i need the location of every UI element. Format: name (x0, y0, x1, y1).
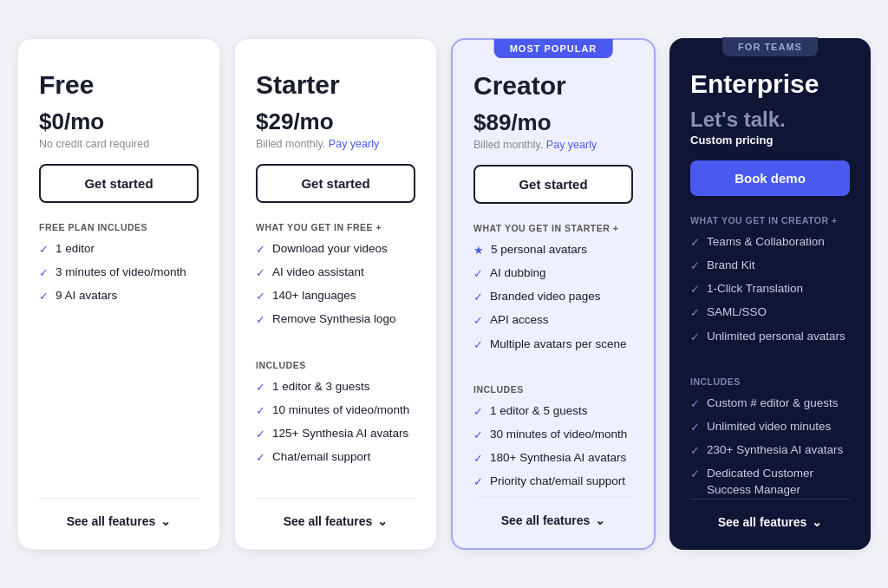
plan-price-starter: $29/mo (256, 108, 415, 135)
plan-billing-creator: Billed monthly. Pay yearly (473, 139, 633, 151)
feature-item: ✓1-Click Translation (690, 281, 850, 297)
check-icon: ✓ (256, 312, 265, 328)
feature-item: ✓Branded video pages (473, 289, 633, 305)
include-item: ✓Custom # editor & guests (690, 395, 850, 412)
plan-card-free: Free$0/moNo credit card requiredGet star… (17, 38, 220, 550)
feature-item: ✓Brand Kit (690, 258, 850, 274)
check-icon: ✓ (690, 305, 700, 321)
check-icon: ✓ (473, 313, 483, 329)
plan-name-creator: Creator (473, 71, 633, 101)
feature-text: Remove Synthesia logo (272, 311, 396, 328)
check-icon: ✓ (473, 266, 483, 282)
feature-item: ✓Multiple avatars per scene (473, 336, 633, 353)
include-item: ✓Dedicated Customer Success Manager (690, 466, 850, 499)
plan-badge-enterprise: FOR TEAMS (722, 37, 818, 56)
include-item: ✓230+ Synthesia AI avatars (690, 442, 850, 459)
see-all-features-enterprise[interactable]: See all features ⌄ (690, 500, 850, 529)
check-icon: ✓ (690, 258, 700, 274)
feature-text: API access (490, 312, 549, 329)
feature-text: Brand Kit (707, 258, 755, 274)
plan-name-enterprise: Enterprise (690, 69, 850, 99)
include-text: Dedicated Customer Success Manager (707, 466, 850, 499)
features-list-enterprise: ✓Teams & Collaboration✓Brand Kit✓1-Click… (690, 234, 850, 345)
cta-button-creator[interactable]: Get started (473, 165, 633, 204)
check-icon: ✓ (256, 380, 265, 395)
feature-text: 9 AI avatars (56, 288, 117, 304)
see-all-label: See all features (718, 515, 807, 529)
cta-button-starter[interactable]: Get started (256, 164, 415, 203)
check-icon: ✓ (690, 396, 700, 412)
see-all-label: See all features (284, 514, 373, 528)
see-all-features-free[interactable]: See all features ⌄ (39, 499, 199, 528)
include-text: Custom # editor & guests (707, 395, 839, 412)
see-all-features-starter[interactable]: See all features ⌄ (256, 499, 415, 528)
include-text: Priority chat/email support (490, 474, 625, 490)
include-item: ✓30 minutes of video/month (473, 427, 633, 443)
include-text: 180+ Synthesia AI avatars (490, 450, 626, 467)
check-icon: ✓ (256, 403, 265, 419)
check-icon: ✓ (256, 242, 265, 258)
check-icon: ✓ (690, 467, 700, 482)
see-all-label: See all features (501, 513, 591, 527)
check-icon: ✓ (473, 428, 483, 443)
plan-card-creator: MOST POPULARCreator$89/moBilled monthly.… (451, 38, 656, 550)
include-text: Unlimited video minutes (707, 419, 831, 435)
feature-item: ✓Remove Synthesia logo (256, 311, 415, 328)
section-label-free: FREE PLAN INCLUDES (39, 222, 199, 232)
chevron-down-icon: ⌄ (377, 514, 388, 528)
feature-item: ✓SAML/SSO (690, 304, 850, 321)
include-item: ✓1 editor & 5 guests (473, 403, 633, 420)
feature-item: ✓140+ languages (256, 288, 415, 304)
check-icon: ✓ (39, 289, 49, 304)
include-item: ✓10 minutes of video/month (256, 402, 415, 419)
check-icon: ✓ (690, 443, 700, 459)
include-item: ✓Priority chat/email support (473, 474, 633, 490)
check-icon: ✓ (473, 290, 483, 305)
features-list-creator: ★5 personal avatars✓AI dubbing✓Branded v… (473, 242, 633, 353)
include-item: ✓1 editor & 3 guests (256, 379, 415, 395)
feature-text: 5 personal avatars (491, 242, 587, 258)
plan-price-free: $0/mo (39, 108, 199, 135)
plan-card-enterprise: FOR TEAMSEnterpriseLet's talk.Custom pri… (669, 38, 871, 550)
includes-list-enterprise: ✓Custom # editor & guests✓Unlimited vide… (690, 395, 850, 499)
check-icon: ✓ (473, 337, 483, 353)
include-text: 125+ Synthesia AI avatars (272, 426, 408, 442)
include-item: ✓Unlimited video minutes (690, 419, 850, 435)
check-icon: ✓ (256, 427, 265, 442)
see-all-features-creator[interactable]: See all features ⌄ (473, 498, 633, 527)
section-label-starter: WHAT YOU GET IN FREE + (256, 222, 415, 232)
plan-name-starter: Starter (256, 70, 415, 100)
feature-text: Teams & Collaboration (707, 234, 825, 251)
cta-button-free[interactable]: Get started (39, 164, 199, 203)
feature-text: AI video assistant (272, 265, 364, 281)
feature-text: AI dubbing (490, 265, 546, 282)
plan-card-starter: Starter$29/moBilled monthly. Pay yearlyG… (234, 38, 437, 550)
plan-no-cc-free: No credit card required (39, 138, 199, 150)
include-text: 1 editor & 3 guests (272, 379, 370, 395)
feature-item: ✓AI video assistant (256, 265, 415, 281)
feature-item: ✓API access (473, 312, 633, 329)
check-icon: ✓ (690, 235, 700, 251)
feature-item: ✓1 editor (39, 241, 199, 258)
cta-button-enterprise[interactable]: Book demo (690, 160, 850, 196)
check-icon: ✓ (473, 404, 483, 420)
feature-text: 140+ languages (272, 288, 356, 304)
plan-billing-starter: Billed monthly. Pay yearly (256, 138, 415, 150)
check-icon: ✓ (690, 420, 700, 435)
check-icon: ✓ (473, 474, 483, 490)
includes-list-starter: ✓1 editor & 3 guests✓10 minutes of video… (256, 379, 415, 467)
pricing-grid: Free$0/moNo credit card requiredGet star… (17, 38, 871, 550)
feature-text: Multiple avatars per scene (490, 336, 627, 353)
check-icon: ✓ (690, 282, 700, 297)
check-icon: ✓ (256, 265, 265, 281)
check-icon: ✓ (256, 450, 265, 466)
include-text: 1 editor & 5 guests (490, 403, 588, 420)
plan-price-creator: $89/mo (473, 109, 633, 136)
include-text: 230+ Synthesia AI avatars (707, 442, 843, 459)
check-icon: ✓ (39, 242, 49, 258)
check-icon: ✓ (690, 330, 700, 345)
features-list-free: ✓1 editor✓3 minutes of video/month✓9 AI … (39, 241, 199, 305)
features-list-starter: ✓Download your videos✓AI video assistant… (256, 241, 415, 329)
feature-text: Download your videos (272, 241, 388, 258)
feature-text: 1-Click Translation (707, 281, 803, 297)
